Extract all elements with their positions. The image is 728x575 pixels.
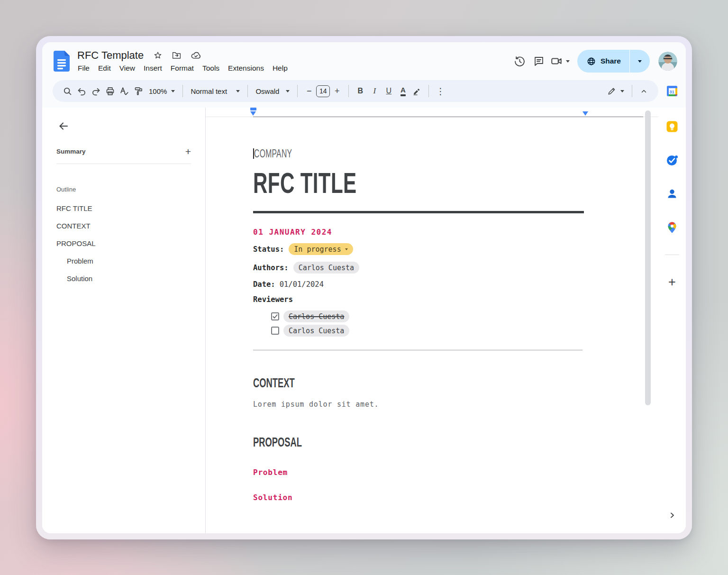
paragraph-style-select[interactable]: Normal text xyxy=(187,87,243,95)
checkbox-unchecked[interactable] xyxy=(271,327,279,335)
outline-item-context[interactable]: CONTEXT xyxy=(42,217,205,235)
context-heading: CONTEXT xyxy=(253,376,295,391)
solution-heading: Solution xyxy=(253,493,601,502)
checkbox-checked[interactable] xyxy=(271,312,279,320)
star-icon[interactable] xyxy=(153,51,163,60)
menu-help[interactable]: Help xyxy=(268,63,292,73)
date-value: 01/01/2024 xyxy=(280,280,324,289)
document-canvas[interactable]: COMPANY RFC TITLE 01 JANUARY 2024 Status… xyxy=(206,108,658,533)
add-summary-button[interactable]: + xyxy=(185,146,191,156)
undo-button[interactable] xyxy=(74,83,89,99)
outline-item-rfc-title[interactable]: RFC TITLE xyxy=(42,200,205,217)
toolbar-divider xyxy=(632,85,632,97)
toolbar-divider xyxy=(348,85,349,97)
comments-button[interactable] xyxy=(529,52,548,71)
redo-button[interactable] xyxy=(89,83,103,99)
outline-item-proposal[interactable]: PROPOSAL xyxy=(42,235,205,252)
summary-label: Summary xyxy=(56,148,86,155)
decrease-font-size-button[interactable]: − xyxy=(302,83,316,99)
date-label: Date: xyxy=(253,280,275,289)
chevron-up-icon xyxy=(639,87,648,96)
video-call-button[interactable] xyxy=(550,55,570,67)
version-history-icon xyxy=(514,55,526,67)
problem-heading: Problem xyxy=(253,468,601,477)
toolbar-divider xyxy=(428,85,429,97)
video-call-icon xyxy=(550,55,563,67)
menu-view[interactable]: View xyxy=(115,63,139,73)
menu-edit[interactable]: Edit xyxy=(94,63,115,73)
maps-icon[interactable] xyxy=(665,221,679,234)
show-side-panel-button[interactable] xyxy=(667,511,677,522)
outline-label: Outline xyxy=(56,186,205,193)
outline-item-problem[interactable]: Problem xyxy=(42,252,205,270)
increase-font-size-button[interactable]: + xyxy=(330,83,344,99)
status-chip[interactable]: In progress xyxy=(289,243,353,255)
move-folder-icon[interactable] xyxy=(172,50,182,60)
undo-icon xyxy=(77,86,87,96)
font-size-input[interactable] xyxy=(316,85,330,97)
user-avatar[interactable] xyxy=(658,52,677,71)
hide-menus-button[interactable] xyxy=(637,83,651,99)
author-chip[interactable]: Carlos Cuesta xyxy=(293,262,359,274)
toolbar-row: 100% Normal text Oswald − + xyxy=(42,80,686,108)
side-panel-strip: + xyxy=(658,108,686,533)
contacts-icon[interactable] xyxy=(665,187,679,201)
bold-button[interactable]: B xyxy=(353,83,367,99)
italic-glyph: I xyxy=(373,86,376,96)
reviewer-chip[interactable]: Carlos Cuesta xyxy=(283,325,349,337)
menu-extensions[interactable]: Extensions xyxy=(224,63,268,73)
keep-icon[interactable] xyxy=(665,120,679,133)
tasks-icon[interactable] xyxy=(665,154,679,167)
rfc-title-heading: RFC TITLE xyxy=(253,166,357,200)
video-call-caret-icon[interactable] xyxy=(566,60,570,63)
ruler-margin-line xyxy=(253,117,643,117)
print-button[interactable] xyxy=(103,83,117,99)
status-label: Status: xyxy=(253,245,284,254)
google-docs-window: RFC Template File Edit View Insert xyxy=(42,42,686,533)
search-icon xyxy=(63,86,73,96)
editing-mode-select[interactable] xyxy=(604,87,628,96)
calendar-icon[interactable]: 31 xyxy=(665,84,679,98)
get-addons-button[interactable]: + xyxy=(668,275,676,289)
version-history-button[interactable] xyxy=(510,52,529,71)
outline-item-solution[interactable]: Solution xyxy=(42,270,205,287)
document-scrollbar[interactable] xyxy=(645,110,651,405)
italic-button[interactable]: I xyxy=(367,83,382,99)
right-indent-marker[interactable] xyxy=(582,111,588,116)
spellcheck-button[interactable] xyxy=(117,83,131,99)
close-sidebar-button[interactable] xyxy=(56,119,71,133)
document-title[interactable]: RFC Template xyxy=(77,49,144,62)
font-select[interactable]: Oswald xyxy=(252,87,293,95)
paint-format-button[interactable] xyxy=(131,83,146,99)
google-docs-logo-icon[interactable] xyxy=(54,51,70,72)
menu-tools[interactable]: Tools xyxy=(198,63,224,73)
left-indent-marker[interactable] xyxy=(250,108,256,116)
more-toolbar-options-button[interactable]: ⋮ xyxy=(433,83,447,99)
company-text: COMPANY xyxy=(254,147,292,160)
text-color-glyph: A xyxy=(400,86,406,94)
status-caret-icon xyxy=(345,248,348,250)
menu-file[interactable]: File xyxy=(73,63,94,73)
share-caret-button[interactable] xyxy=(630,50,650,73)
pencil-icon xyxy=(607,87,616,96)
reviewer-chip-struck[interactable]: Carlos Cuesta xyxy=(283,310,349,322)
cloud-saved-icon[interactable] xyxy=(191,50,201,61)
highlight-color-button[interactable] xyxy=(410,83,424,99)
text-color-button[interactable]: A xyxy=(396,83,410,99)
share-label: Share xyxy=(601,57,621,65)
chevron-right-icon xyxy=(667,511,677,520)
search-menus-button[interactable] xyxy=(60,83,74,99)
status-row: Status: In progress xyxy=(253,243,601,255)
reviewer-item-unchecked: Carlos Cuesta xyxy=(271,325,601,337)
zoom-select[interactable]: 100% xyxy=(146,87,178,95)
underline-button[interactable]: U xyxy=(382,83,396,99)
document-content: COMPANY RFC TITLE 01 JANUARY 2024 Status… xyxy=(206,108,658,502)
menu-format[interactable]: Format xyxy=(166,63,198,73)
toolbar-divider xyxy=(182,85,183,97)
menu-insert[interactable]: Insert xyxy=(139,63,166,73)
toolbar: 100% Normal text Oswald − + xyxy=(53,80,658,102)
reviewer-name: Carlos Cuesta xyxy=(289,312,344,321)
bold-glyph: B xyxy=(358,87,364,95)
toolbar-divider xyxy=(297,85,298,97)
share-button[interactable]: Share xyxy=(577,50,650,73)
